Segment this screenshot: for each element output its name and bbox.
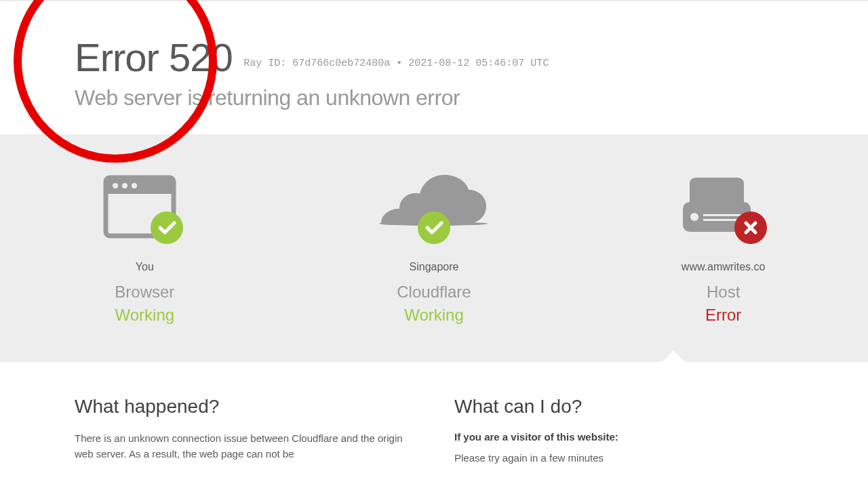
- svg-point-10: [690, 213, 698, 221]
- ray-id-label: Ray ID:: [243, 58, 286, 69]
- svg-rect-11: [703, 214, 744, 216]
- what-happened-body: There is an unknown connection issue bet…: [75, 431, 414, 462]
- browser-type-label: Browser: [1, 283, 288, 302]
- what-can-i-do-title: What can I do?: [454, 396, 793, 418]
- svg-point-3: [113, 183, 118, 188]
- svg-point-5: [132, 183, 137, 188]
- svg-point-4: [122, 183, 127, 188]
- status-cloudflare: Singapore Cloudflare Working: [291, 171, 577, 325]
- you-label: You: [1, 261, 288, 273]
- status-host: www.amwrites.co Host Error: [580, 171, 866, 325]
- svg-point-6: [151, 211, 183, 244]
- status-section: You Browser Working Singapore Cloudflare…: [0, 134, 868, 362]
- ray-info: Ray ID: 67d766c0eb72480a • 2021-08-12 05…: [243, 58, 549, 69]
- cloudflare-location: Singapore: [291, 261, 577, 273]
- separator: •: [396, 58, 402, 69]
- svg-point-8: [418, 211, 450, 244]
- host-domain: www.amwrites.co: [580, 261, 866, 273]
- ray-id-value: 67d766c0eb72480a: [292, 58, 390, 69]
- host-type-label: Host: [580, 283, 866, 302]
- timestamp: 2021-08-12 05:46:07 UTC: [408, 58, 549, 69]
- cloudflare-type-label: Cloudflare: [291, 283, 577, 302]
- arrow-indicator: [661, 350, 686, 363]
- what-happened-title: What happened?: [75, 396, 414, 418]
- visitor-body: Please try again in a few minutes: [454, 451, 793, 466]
- what-happened-column: What happened? There is an unknown conne…: [75, 396, 414, 466]
- browser-icon: [1, 171, 288, 246]
- error-title: Error 520: [75, 35, 233, 80]
- cloudflare-status: Working: [291, 306, 577, 325]
- error-subtitle: Web server is returning an unknown error: [75, 85, 793, 110]
- cloud-icon: [291, 171, 577, 246]
- what-can-i-do-column: What can I do? If you are a visitor of t…: [454, 396, 793, 466]
- browser-status: Working: [1, 306, 288, 325]
- host-status: Error: [580, 306, 866, 325]
- info-section: What happened? There is an unknown conne…: [0, 362, 868, 466]
- status-browser: You Browser Working: [1, 171, 288, 325]
- error-header: Error 520 Ray ID: 67d766c0eb72480a • 202…: [0, 1, 868, 134]
- svg-rect-2: [106, 190, 174, 194]
- server-icon: [580, 171, 866, 246]
- visitor-heading: If you are a visitor of this website:: [454, 431, 793, 443]
